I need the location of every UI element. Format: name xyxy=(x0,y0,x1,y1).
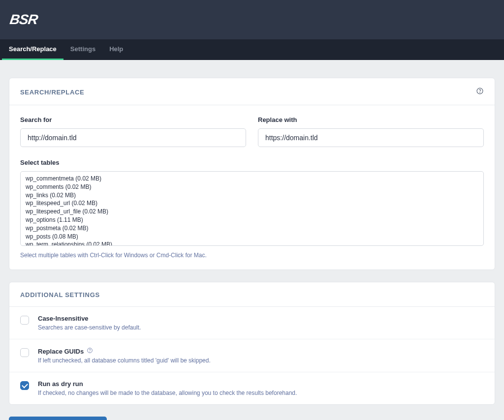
setting-row: Run as dry runIf checked, no changes wil… xyxy=(9,372,495,404)
setting-desc: If checked, no changes will be made to t… xyxy=(38,390,484,396)
table-option[interactable]: wp_links (0.02 MB) xyxy=(26,191,478,200)
info-icon[interactable] xyxy=(87,347,93,355)
search-for-col: Search for xyxy=(20,116,246,147)
setting-desc: Searches are case-sensitive by default. xyxy=(38,324,484,331)
table-option[interactable]: wp_posts (0.08 MB) xyxy=(26,233,478,241)
table-option[interactable]: wp_comments (0.02 MB) xyxy=(26,183,478,191)
setting-body: Case-InsensitiveSearches are case-sensit… xyxy=(38,315,484,331)
setting-row: Case-InsensitiveSearches are case-sensit… xyxy=(9,307,495,339)
main-content: SEARCH/REPLACE Search for Replace with S… xyxy=(0,60,504,420)
table-option[interactable]: wp_postmeta (0.02 MB) xyxy=(26,224,478,233)
settings-list: Case-InsensitiveSearches are case-sensit… xyxy=(9,307,495,404)
setting-title: Case-Insensitive xyxy=(38,315,484,322)
tab-search-replace[interactable]: Search/Replace xyxy=(2,39,63,60)
setting-checkbox[interactable] xyxy=(20,316,29,325)
panel-title: ADDITIONAL SETTINGS xyxy=(20,291,100,299)
app-logo: BSR xyxy=(9,12,39,28)
setting-desc: If left unchecked, all database columns … xyxy=(38,357,484,364)
panel-title: SEARCH/REPLACE xyxy=(20,89,84,96)
tables-select[interactable]: wp_commentmeta (0.02 MB)wp_comments (0.0… xyxy=(20,171,484,246)
replace-with-input[interactable] xyxy=(258,128,484,147)
setting-body: Replace GUIDsIf left unchecked, all data… xyxy=(38,347,484,364)
tab-help[interactable]: Help xyxy=(102,39,130,60)
search-for-input[interactable] xyxy=(20,128,246,147)
svg-point-3 xyxy=(90,352,90,352)
select-tables-hint: Select multiple tables with Ctrl-Click f… xyxy=(20,252,484,259)
panel-header: ADDITIONAL SETTINGS xyxy=(9,282,495,307)
help-icon[interactable] xyxy=(476,87,484,97)
form-row-inputs: Search for Replace with xyxy=(20,116,484,147)
search-for-label: Search for xyxy=(20,116,246,123)
setting-row: Replace GUIDsIf left unchecked, all data… xyxy=(9,339,495,372)
table-option[interactable]: wp_term_relationships (0.02 MB) xyxy=(26,240,478,246)
top-bar: BSR xyxy=(0,0,504,39)
panel-header: SEARCH/REPLACE xyxy=(9,78,495,105)
setting-title: Replace GUIDs xyxy=(38,347,484,355)
table-option[interactable]: wp_commentmeta (0.02 MB) xyxy=(26,175,478,183)
setting-checkbox[interactable] xyxy=(20,348,29,357)
table-option[interactable]: wp_litespeed_url_file (0.02 MB) xyxy=(26,208,478,216)
setting-title: Run as dry run xyxy=(38,380,484,388)
replace-with-col: Replace with xyxy=(258,116,484,147)
table-option[interactable]: wp_options (1.11 MB) xyxy=(26,216,478,224)
replace-with-label: Replace with xyxy=(258,116,484,123)
tab-settings[interactable]: Settings xyxy=(63,39,102,60)
panel-body: Search for Replace with Select tables wp… xyxy=(9,105,495,270)
table-option[interactable]: wp_litespeed_url (0.02 MB) xyxy=(26,199,478,208)
nav-bar: Search/Replace Settings Help xyxy=(0,39,504,60)
run-search-replace-button[interactable]: Run Search/Replace xyxy=(9,417,107,420)
svg-point-1 xyxy=(480,92,480,93)
panel-additional-settings: ADDITIONAL SETTINGS Case-InsensitiveSear… xyxy=(9,282,495,405)
setting-body: Run as dry runIf checked, no changes wil… xyxy=(38,380,484,396)
panel-search-replace: SEARCH/REPLACE Search for Replace with S… xyxy=(9,78,495,270)
setting-checkbox[interactable] xyxy=(20,381,29,390)
select-tables-label: Select tables xyxy=(20,159,484,166)
